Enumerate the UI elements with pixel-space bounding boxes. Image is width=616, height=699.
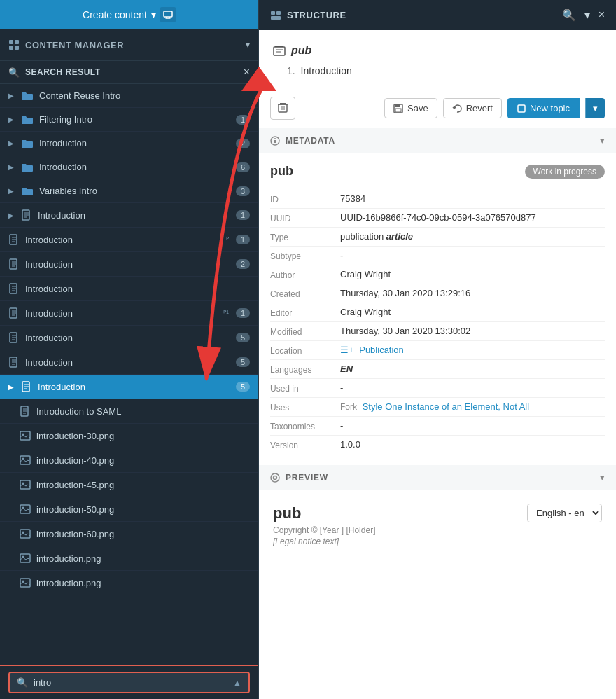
item-label: Filtering Intro [39, 114, 230, 125]
structure-title-text: STRUCTURE [287, 10, 346, 20]
item-label: Introduction [25, 259, 230, 270]
search-icon[interactable]: 🔍 [562, 8, 576, 22]
delete-button[interactable] [270, 97, 295, 120]
list-item[interactable]: Introduction 5 [0, 350, 258, 375]
grid-icon [8, 39, 20, 50]
meta-val: 1.0.0 [340, 439, 605, 450]
metadata-chevron-icon[interactable]: ▾ [600, 135, 605, 146]
uses-link[interactable]: Style One Instance of an Element, Not Al… [363, 401, 529, 412]
list-item[interactable]: Introduction 5 [0, 326, 258, 350]
item-label: introduction-45.png [36, 480, 250, 490]
svg-point-79 [274, 138, 276, 139]
copyright-text: Copyright © [Year ] [Holder] [273, 525, 375, 535]
doc-icon [20, 406, 31, 417]
item-label: Introduction [38, 382, 230, 392]
pub-name: pub [291, 44, 312, 57]
close-icon[interactable]: × [598, 8, 605, 22]
preview-pub-header: pub English - en [273, 504, 602, 522]
new-topic-dropdown-button[interactable]: ▾ [585, 98, 605, 118]
preview-section: PREVIEW ▾ pub English - en Copyright © [… [259, 465, 616, 560]
doc-icon [8, 283, 20, 294]
meta-key: Type [270, 231, 340, 242]
expand-icon: ▶ [8, 212, 14, 219]
list-item[interactable]: introduction-30.png [0, 424, 258, 448]
list-item[interactable]: ▶ Introduction 1 [0, 203, 258, 228]
meta-row-created: Created Thursday, 30 Jan 2020 13:29:16 [270, 284, 605, 303]
search-chevron-icon[interactable]: ▲ [233, 678, 241, 688]
item-badge: 1 [236, 235, 250, 244]
info-icon [270, 136, 280, 146]
location-link[interactable]: Publication [359, 345, 404, 355]
search-input[interactable] [34, 677, 227, 688]
list-item[interactable]: introduction.png [0, 571, 258, 595]
fork-label: Fork [340, 402, 357, 412]
list-item[interactable]: ▶ Content Reuse Intro [0, 84, 258, 108]
item-label: introduction-30.png [36, 431, 250, 441]
preview-section-header[interactable]: PREVIEW ▾ [259, 465, 616, 490]
wip-badge: Work in progress [525, 165, 605, 179]
meta-key: Taxonomies [270, 420, 340, 431]
svg-rect-61 [274, 47, 285, 55]
list-item[interactable]: introduction-40.png [0, 448, 258, 473]
list-item[interactable]: introduction-50.png [0, 497, 258, 522]
meta-key: Languages [270, 364, 340, 375]
meta-row-version: Version 1.0.0 [270, 436, 605, 454]
item-badge: 6 [236, 162, 250, 172]
item-label: Variables Intro [39, 186, 230, 196]
svg-point-81 [274, 476, 277, 479]
create-content-button[interactable]: Create content ▾ [0, 0, 258, 29]
list-item[interactable]: Introduction to SAML [0, 399, 258, 424]
content-manager-chevron[interactable]: ▾ [246, 40, 250, 50]
list-item[interactable]: ▶ Filtering Intro 1 [0, 108, 258, 132]
meta-row-taxonomies: Taxonomies - [270, 417, 605, 436]
search-icon: 🔍 [8, 67, 20, 78]
item-label: Content Reuse Intro [39, 90, 250, 101]
revert-button[interactable]: Revert [443, 98, 502, 118]
list-item[interactable]: introduction-60.png [0, 522, 258, 546]
search-clear-button[interactable]: × [244, 67, 250, 78]
meta-val: Thursday, 30 Jan 2020 13:30:02 [340, 326, 605, 337]
folder-icon [21, 115, 34, 125]
language-select[interactable]: English - en [527, 504, 602, 522]
folder-icon [21, 162, 34, 172]
preview-chevron-icon[interactable]: ▾ [600, 472, 605, 483]
list-item[interactable]: Introduction [0, 277, 258, 301]
content-manager-header[interactable]: CONTENT MANAGER ▾ [0, 29, 258, 61]
item-badge: 3 [236, 186, 250, 196]
list-item[interactable]: ▶ Variables Intro 3 [0, 179, 258, 203]
preview-title: PREVIEW [286, 473, 328, 483]
new-topic-button[interactable]: New topic [507, 98, 580, 118]
list-item[interactable]: Introduction 2 [0, 252, 258, 277]
list-item[interactable]: ▶ Introduction 6 [0, 155, 258, 179]
item-label: introduction.png [36, 578, 250, 588]
metadata-section-header[interactable]: METADATA ▾ [259, 128, 616, 153]
search-input-wrapper: 🔍 ▲ [8, 672, 250, 693]
meta-val: - [340, 420, 605, 431]
doc-icon [8, 307, 20, 319]
folder-icon [21, 139, 34, 148]
item-badge: 5 [236, 382, 250, 392]
list-item[interactable]: ▶ Introduction 2 [0, 132, 258, 155]
list-item[interactable]: Introduction ᴾ 1 [0, 228, 258, 252]
chevron-icon[interactable]: ▾ [584, 8, 590, 22]
list-item[interactable]: introduction.png [0, 546, 258, 571]
svg-rect-74 [396, 104, 400, 107]
create-content-label: Create content [83, 9, 147, 20]
svg-rect-5 [15, 40, 19, 44]
expand-icon: ▶ [8, 116, 14, 123]
list-item[interactable]: Introduction ᴾ¹ 1 [0, 301, 258, 326]
meta-val: Craig Wright [340, 269, 605, 280]
list-item-active[interactable]: ▶ Introduction 5 [0, 375, 258, 399]
save-button[interactable]: Save [384, 98, 438, 118]
svg-rect-76 [518, 105, 525, 112]
metadata-table: ID 75384 UUID UUID-16b9866f-74c0-09cb-05… [270, 190, 605, 454]
list-item[interactable]: introduction-45.png [0, 473, 258, 497]
item-text: Introduction [301, 65, 352, 76]
chevron-icon: ▾ [151, 9, 156, 20]
svg-rect-60 [271, 16, 281, 20]
expand-icon: ▶ [8, 383, 14, 391]
image-icon [20, 528, 31, 539]
svg-rect-59 [276, 11, 281, 15]
preview-content: pub English - en Copyright © [Year ] [Ho… [259, 490, 616, 560]
list-container: ▶ Content Reuse Intro ▶ Filtering Intro … [0, 84, 258, 665]
